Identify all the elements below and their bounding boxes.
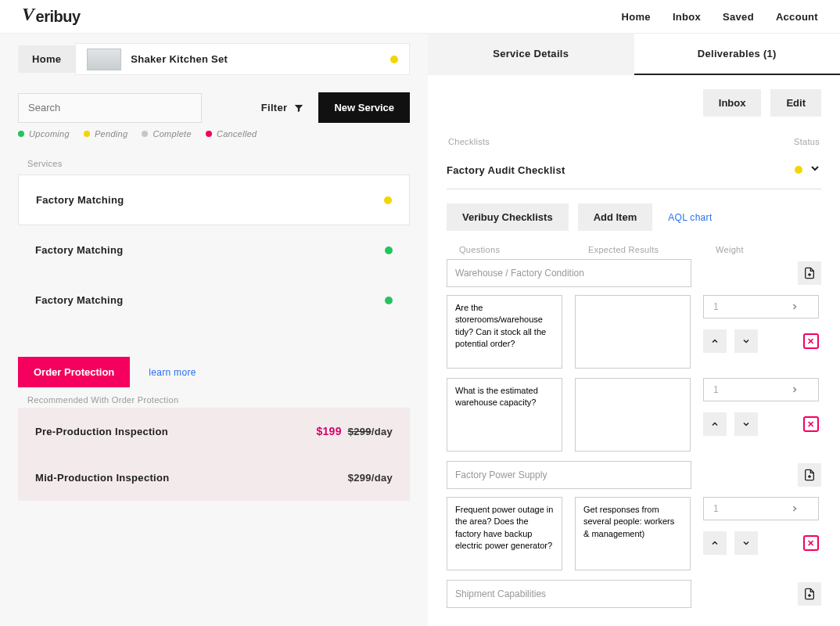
weight-value: 1 — [704, 301, 761, 312]
delete-button[interactable] — [803, 535, 819, 551]
weight-value: 1 — [704, 384, 761, 395]
legend-cancelled: Cancelled — [217, 129, 257, 139]
move-up-button[interactable] — [703, 531, 727, 555]
col-expected-results: Expected Results — [588, 245, 716, 254]
filter-label: Filter — [261, 102, 288, 113]
add-file-icon[interactable] — [798, 582, 821, 606]
legend-complete: Complete — [153, 129, 191, 139]
move-down-button[interactable] — [734, 412, 758, 436]
filter-icon — [293, 103, 304, 113]
product-title: Shaker Kitchen Set — [131, 53, 381, 65]
service-status-dot — [385, 297, 393, 304]
col-questions: Questions — [459, 245, 588, 254]
section-title-input[interactable] — [447, 580, 691, 608]
nav-saved[interactable]: Saved — [723, 11, 754, 23]
search-input[interactable] — [18, 93, 202, 123]
logo-mark: V — [22, 7, 34, 22]
nav-account[interactable]: Account — [776, 11, 818, 23]
logo: Veribuy — [22, 8, 81, 26]
checklist-title: Factory Audit Checklist — [447, 164, 565, 176]
chevron-right-icon — [761, 385, 818, 394]
learn-more-link[interactable]: learn more — [149, 367, 196, 378]
weight-value: 1 — [704, 503, 761, 514]
breadcrumb-product[interactable]: Shaker Kitchen Set — [75, 43, 410, 75]
tab-service-details[interactable]: Service Details — [428, 34, 634, 75]
expected-result-box[interactable] — [575, 295, 691, 369]
breadcrumb-home[interactable]: Home — [18, 45, 75, 73]
expected-result-box[interactable] — [575, 378, 691, 452]
service-row-selected[interactable]: Factory Matching — [18, 174, 410, 225]
inspection-original-price: $299 — [348, 426, 372, 437]
inspection-per: /day — [372, 426, 393, 437]
logo-text: eribuy — [36, 8, 81, 26]
expected-result-textarea[interactable] — [575, 497, 691, 570]
tab-deliverables[interactable]: Deliverables (1) — [634, 34, 841, 75]
legend-pending: Pending — [95, 129, 127, 139]
inspection-name: Pre-Production Inspection — [35, 426, 168, 437]
nav-home[interactable]: Home — [622, 11, 651, 23]
new-service-button[interactable]: New Service — [318, 92, 410, 123]
nav-inbox[interactable]: Inbox — [673, 11, 701, 23]
inspection-price: $299/day — [348, 472, 393, 484]
top-nav: Veribuy Home Inbox Saved Account — [0, 0, 840, 34]
section-title-input[interactable] — [447, 461, 691, 489]
filter-button[interactable]: Filter — [261, 102, 305, 113]
inspection-price: $199 — [316, 425, 341, 437]
status-legend: Upcoming Pending Complete Cancelled — [18, 129, 410, 139]
add-item-button[interactable]: Add Item — [578, 203, 653, 231]
service-status-dot — [384, 196, 392, 204]
weight-input[interactable]: 1 — [703, 295, 819, 318]
status-header: Status — [794, 137, 820, 146]
service-name: Factory Matching — [35, 294, 123, 306]
weight-input[interactable]: 1 — [703, 378, 819, 401]
service-row[interactable]: Factory Matching — [18, 225, 410, 275]
checklist-row[interactable]: Factory Audit Checklist — [447, 154, 821, 189]
right-panel: Service Details Deliverables (1) Inbox E… — [428, 34, 840, 626]
move-down-button[interactable] — [734, 531, 758, 555]
service-row[interactable]: Factory Matching — [18, 275, 410, 326]
add-file-icon[interactable] — [798, 261, 821, 285]
chevron-down-icon[interactable] — [809, 162, 821, 178]
question-textarea[interactable] — [447, 497, 562, 570]
service-name: Factory Matching — [35, 244, 123, 256]
inspection-name: Mid-Production Inspection — [35, 472, 169, 484]
edit-button[interactable]: Edit — [770, 89, 821, 117]
product-status-dot — [390, 56, 398, 63]
add-file-icon[interactable] — [798, 463, 821, 487]
checklist-status-dot — [795, 166, 802, 174]
nav-links: Home Inbox Saved Account — [622, 11, 818, 23]
inspection-row[interactable]: Mid-Production Inspection $299/day — [18, 455, 410, 501]
delete-button[interactable] — [803, 333, 819, 349]
tabs: Service Details Deliverables (1) — [428, 34, 840, 75]
recommended-label: Recommended With Order Protection — [27, 395, 410, 405]
checklists-header: Checklists — [448, 137, 490, 146]
product-thumb — [87, 49, 121, 70]
aql-chart-link[interactable]: AQL chart — [668, 212, 712, 223]
breadcrumb: Home Shaker Kitchen Set — [18, 43, 410, 75]
section-title-input[interactable] — [447, 259, 691, 287]
move-up-button[interactable] — [703, 412, 727, 436]
service-name: Factory Matching — [36, 194, 124, 206]
services-label: Services — [27, 159, 410, 168]
chevron-right-icon — [761, 302, 818, 311]
col-weight: Weight — [716, 245, 821, 254]
inspection-row[interactable]: Pre-Production Inspection $199 $299/day — [18, 408, 410, 455]
order-protection-button[interactable]: Order Protection — [18, 357, 130, 387]
question-textarea[interactable] — [447, 378, 562, 452]
veribuy-checklists-button[interactable]: Veribuy Checklists — [447, 203, 569, 231]
question-textarea[interactable] — [447, 295, 562, 369]
delete-button[interactable] — [803, 416, 819, 432]
move-down-button[interactable] — [734, 329, 758, 353]
legend-upcoming: Upcoming — [29, 129, 70, 139]
move-up-button[interactable] — [703, 329, 727, 353]
inbox-button[interactable]: Inbox — [703, 89, 762, 117]
chevron-right-icon — [761, 504, 818, 513]
weight-input[interactable]: 1 — [703, 497, 819, 520]
left-panel: Home Shaker Kitchen Set Filter New Servi… — [0, 34, 428, 626]
service-status-dot — [385, 246, 393, 254]
